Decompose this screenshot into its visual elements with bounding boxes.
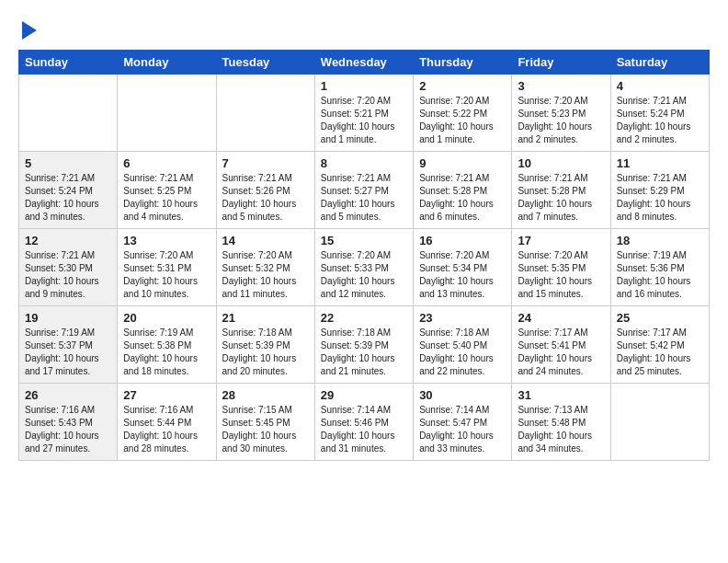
day-info: Sunrise: 7:21 AM Sunset: 5:25 PM Dayligh… [123, 172, 210, 224]
day-number: 2 [419, 79, 506, 93]
day-info: Sunrise: 7:18 AM Sunset: 5:39 PM Dayligh… [321, 327, 407, 378]
day-number: 19 [25, 311, 111, 325]
day-number: 23 [419, 311, 506, 325]
page-header [18, 18, 710, 40]
day-number: 25 [617, 311, 703, 325]
calendar-cell [118, 75, 216, 152]
calendar-cell: 17Sunrise: 7:20 AM Sunset: 5:35 PM Dayli… [512, 229, 610, 306]
day-number: 10 [518, 156, 604, 170]
day-info: Sunrise: 7:18 AM Sunset: 5:40 PM Dayligh… [419, 327, 506, 378]
day-info: Sunrise: 7:21 AM Sunset: 5:24 PM Dayligh… [25, 172, 111, 224]
weekday-header-thursday: Thursday [414, 51, 512, 75]
day-info: Sunrise: 7:21 AM Sunset: 5:28 PM Dayligh… [518, 172, 604, 224]
calendar-cell: 6Sunrise: 7:21 AM Sunset: 5:25 PM Daylig… [118, 152, 216, 229]
calendar-cell: 2Sunrise: 7:20 AM Sunset: 5:22 PM Daylig… [414, 75, 512, 152]
day-number: 18 [617, 234, 703, 247]
day-number: 20 [123, 311, 210, 325]
calendar-cell: 4Sunrise: 7:21 AM Sunset: 5:24 PM Daylig… [610, 75, 709, 152]
calendar-cell: 3Sunrise: 7:20 AM Sunset: 5:23 PM Daylig… [512, 75, 610, 152]
day-number: 27 [123, 388, 210, 402]
day-number: 1 [321, 79, 407, 93]
day-info: Sunrise: 7:13 AM Sunset: 5:48 PM Dayligh… [518, 404, 604, 455]
calendar-cell: 22Sunrise: 7:18 AM Sunset: 5:39 PM Dayli… [314, 306, 413, 384]
calendar-cell [610, 384, 709, 461]
day-info: Sunrise: 7:14 AM Sunset: 5:47 PM Dayligh… [419, 404, 506, 455]
calendar-cell: 25Sunrise: 7:17 AM Sunset: 5:42 PM Dayli… [610, 306, 709, 384]
day-number: 9 [419, 156, 506, 170]
calendar-cell: 20Sunrise: 7:19 AM Sunset: 5:38 PM Dayli… [118, 306, 216, 384]
day-number: 21 [222, 311, 309, 325]
day-number: 16 [419, 234, 506, 247]
calendar-cell: 31Sunrise: 7:13 AM Sunset: 5:48 PM Dayli… [512, 384, 610, 461]
day-number: 3 [518, 79, 604, 93]
weekday-header-sunday: Sunday [19, 51, 118, 75]
calendar-cell: 8Sunrise: 7:21 AM Sunset: 5:27 PM Daylig… [314, 152, 413, 229]
day-number: 13 [123, 234, 210, 247]
day-info: Sunrise: 7:21 AM Sunset: 5:26 PM Dayligh… [222, 172, 309, 224]
day-info: Sunrise: 7:16 AM Sunset: 5:43 PM Dayligh… [25, 404, 111, 455]
day-number: 28 [222, 388, 309, 402]
calendar-cell: 27Sunrise: 7:16 AM Sunset: 5:44 PM Dayli… [118, 384, 216, 461]
day-info: Sunrise: 7:17 AM Sunset: 5:41 PM Dayligh… [518, 327, 604, 378]
calendar-cell: 26Sunrise: 7:16 AM Sunset: 5:43 PM Dayli… [19, 384, 118, 461]
calendar-cell: 21Sunrise: 7:18 AM Sunset: 5:39 PM Dayli… [216, 306, 314, 384]
calendar-cell: 30Sunrise: 7:14 AM Sunset: 5:47 PM Dayli… [414, 384, 512, 461]
day-info: Sunrise: 7:20 AM Sunset: 5:31 PM Dayligh… [123, 249, 210, 301]
day-info: Sunrise: 7:21 AM Sunset: 5:24 PM Dayligh… [617, 95, 703, 146]
day-number: 15 [321, 234, 407, 247]
calendar-cell: 12Sunrise: 7:21 AM Sunset: 5:30 PM Dayli… [19, 229, 118, 306]
calendar-cell: 29Sunrise: 7:14 AM Sunset: 5:46 PM Dayli… [314, 384, 413, 461]
day-number: 24 [518, 311, 604, 325]
day-info: Sunrise: 7:21 AM Sunset: 5:30 PM Dayligh… [25, 249, 111, 301]
calendar-cell: 19Sunrise: 7:19 AM Sunset: 5:37 PM Dayli… [19, 306, 118, 384]
calendar-week-3: 12Sunrise: 7:21 AM Sunset: 5:30 PM Dayli… [19, 229, 710, 306]
calendar-cell: 1Sunrise: 7:20 AM Sunset: 5:21 PM Daylig… [314, 75, 413, 152]
weekday-header-wednesday: Wednesday [314, 51, 413, 75]
day-info: Sunrise: 7:15 AM Sunset: 5:45 PM Dayligh… [222, 404, 309, 455]
day-number: 17 [518, 234, 604, 247]
calendar-cell: 16Sunrise: 7:20 AM Sunset: 5:34 PM Dayli… [414, 229, 512, 306]
day-info: Sunrise: 7:20 AM Sunset: 5:33 PM Dayligh… [321, 249, 407, 301]
calendar-cell [216, 75, 314, 152]
calendar-cell: 11Sunrise: 7:21 AM Sunset: 5:29 PM Dayli… [610, 152, 709, 229]
calendar-week-5: 26Sunrise: 7:16 AM Sunset: 5:43 PM Dayli… [19, 384, 710, 461]
day-info: Sunrise: 7:18 AM Sunset: 5:39 PM Dayligh… [222, 327, 309, 378]
calendar-cell: 23Sunrise: 7:18 AM Sunset: 5:40 PM Dayli… [414, 306, 512, 384]
day-info: Sunrise: 7:20 AM Sunset: 5:32 PM Dayligh… [222, 249, 309, 301]
weekday-header-row: SundayMondayTuesdayWednesdayThursdayFrid… [19, 51, 710, 75]
day-info: Sunrise: 7:20 AM Sunset: 5:22 PM Dayligh… [419, 95, 506, 146]
day-info: Sunrise: 7:20 AM Sunset: 5:21 PM Dayligh… [321, 95, 407, 146]
day-number: 5 [25, 156, 111, 170]
calendar-cell: 5Sunrise: 7:21 AM Sunset: 5:24 PM Daylig… [19, 152, 118, 229]
day-number: 30 [419, 388, 506, 402]
calendar-cell: 7Sunrise: 7:21 AM Sunset: 5:26 PM Daylig… [216, 152, 314, 229]
day-info: Sunrise: 7:19 AM Sunset: 5:37 PM Dayligh… [25, 327, 111, 378]
day-number: 31 [518, 388, 604, 402]
day-number: 6 [123, 156, 210, 170]
calendar-cell: 24Sunrise: 7:17 AM Sunset: 5:41 PM Dayli… [512, 306, 610, 384]
calendar-cell: 13Sunrise: 7:20 AM Sunset: 5:31 PM Dayli… [118, 229, 216, 306]
day-number: 11 [617, 156, 703, 170]
calendar-cell: 28Sunrise: 7:15 AM Sunset: 5:45 PM Dayli… [216, 384, 314, 461]
calendar-cell: 18Sunrise: 7:19 AM Sunset: 5:36 PM Dayli… [610, 229, 709, 306]
day-number: 14 [222, 234, 309, 247]
day-info: Sunrise: 7:17 AM Sunset: 5:42 PM Dayligh… [617, 327, 703, 378]
calendar-table: SundayMondayTuesdayWednesdayThursdayFrid… [18, 50, 710, 461]
logo [18, 18, 37, 40]
weekday-header-tuesday: Tuesday [216, 51, 314, 75]
weekday-header-friday: Friday [512, 51, 610, 75]
logo-arrow-icon [22, 21, 37, 40]
calendar-week-2: 5Sunrise: 7:21 AM Sunset: 5:24 PM Daylig… [19, 152, 710, 229]
calendar-cell [19, 75, 118, 152]
day-info: Sunrise: 7:20 AM Sunset: 5:35 PM Dayligh… [518, 249, 604, 301]
day-info: Sunrise: 7:20 AM Sunset: 5:23 PM Dayligh… [518, 95, 604, 146]
day-info: Sunrise: 7:14 AM Sunset: 5:46 PM Dayligh… [321, 404, 407, 455]
calendar-cell: 9Sunrise: 7:21 AM Sunset: 5:28 PM Daylig… [414, 152, 512, 229]
calendar-week-4: 19Sunrise: 7:19 AM Sunset: 5:37 PM Dayli… [19, 306, 710, 384]
weekday-header-saturday: Saturday [610, 51, 709, 75]
day-number: 8 [321, 156, 407, 170]
calendar-week-1: 1Sunrise: 7:20 AM Sunset: 5:21 PM Daylig… [19, 75, 710, 152]
day-info: Sunrise: 7:21 AM Sunset: 5:27 PM Dayligh… [321, 172, 407, 224]
day-info: Sunrise: 7:20 AM Sunset: 5:34 PM Dayligh… [419, 249, 506, 301]
day-number: 4 [617, 79, 703, 93]
